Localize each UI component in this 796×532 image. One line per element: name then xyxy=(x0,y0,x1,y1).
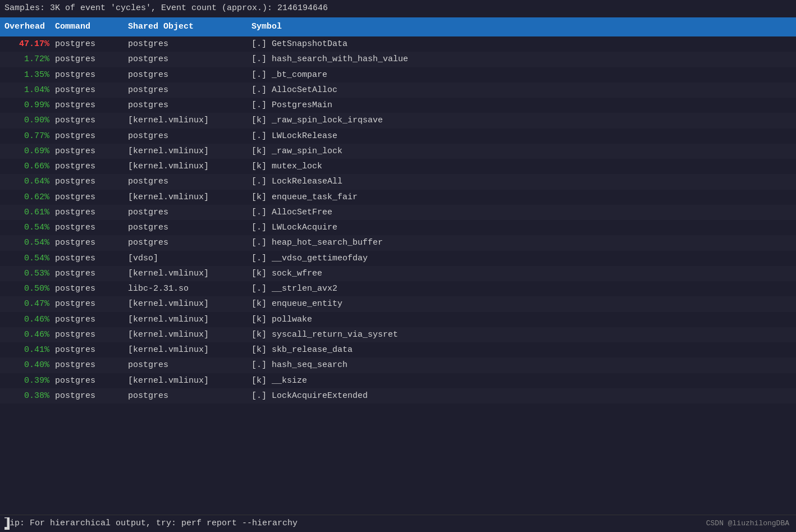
col-shared-object: postgres xyxy=(128,175,251,188)
table-row: 0.50%postgreslibc-2.31.so[.] __strlen_av… xyxy=(0,281,796,296)
col-shared-object: postgres xyxy=(128,359,251,372)
table-row: 1.04%postgrespostgres[.] AllocSetAlloc xyxy=(0,82,796,98)
col-command: postgres xyxy=(55,374,128,387)
col-symbol: [k] enqueue_task_fair xyxy=(251,191,792,204)
header-shared-object: Shared Object xyxy=(128,21,251,34)
col-command: postgres xyxy=(55,328,128,341)
table-row: 0.47%postgres[kernel.vmlinux][k] enqueue… xyxy=(0,296,796,311)
table-row: 0.54%postgrespostgres[.] heap_hot_search… xyxy=(0,235,796,250)
header-symbol: Symbol xyxy=(251,21,792,34)
col-overhead: 1.72% xyxy=(4,53,55,66)
col-shared-object: postgres xyxy=(128,84,251,97)
col-shared-object: postgres xyxy=(128,236,251,249)
tip-line: ▌ip: For hierarchical output, try: perf … xyxy=(0,515,796,533)
col-overhead: 1.35% xyxy=(4,68,55,81)
table-row: 0.46%postgres[kernel.vmlinux][k] syscall… xyxy=(0,327,796,342)
col-command: postgres xyxy=(55,343,128,356)
col-shared-object: [kernel.vmlinux] xyxy=(128,267,251,280)
col-overhead: 0.99% xyxy=(4,99,55,112)
col-shared-object: [kernel.vmlinux] xyxy=(128,313,251,326)
cursor: ▌ xyxy=(4,517,10,530)
col-symbol: [.] _bt_compare xyxy=(251,68,792,81)
col-shared-object: [kernel.vmlinux] xyxy=(128,297,251,310)
table-row: 1.35%postgrespostgres[.] _bt_compare xyxy=(0,67,796,82)
col-overhead: 0.69% xyxy=(4,145,55,158)
col-command: postgres xyxy=(55,389,128,402)
table-row: 0.62%postgres[kernel.vmlinux][k] enqueue… xyxy=(0,190,796,205)
col-shared-object: [kernel.vmlinux] xyxy=(128,191,251,204)
col-symbol: [k] syscall_return_via_sysret xyxy=(251,328,792,341)
col-command: postgres xyxy=(55,160,128,173)
col-command: postgres xyxy=(55,99,128,112)
table-row: 0.39%postgres[kernel.vmlinux][k] __ksize xyxy=(0,373,796,388)
col-symbol: [.] AllocSetFree xyxy=(251,206,792,219)
col-overhead: 0.50% xyxy=(4,282,55,295)
col-command: postgres xyxy=(55,175,128,188)
col-overhead: 0.41% xyxy=(4,343,55,356)
col-shared-object: [vdso] xyxy=(128,252,251,265)
col-overhead: 0.61% xyxy=(4,206,55,219)
col-symbol: [.] hash_search_with_hash_value xyxy=(251,53,792,66)
col-overhead: 0.39% xyxy=(4,374,55,387)
col-symbol: [k] __ksize xyxy=(251,374,792,387)
col-overhead: 0.54% xyxy=(4,221,55,234)
col-symbol: [k] skb_release_data xyxy=(251,343,792,356)
col-shared-object: [kernel.vmlinux] xyxy=(128,343,251,356)
col-overhead: 0.66% xyxy=(4,160,55,173)
header-command: Command xyxy=(55,21,128,34)
col-command: postgres xyxy=(55,114,128,127)
col-symbol: [.] __strlen_avx2 xyxy=(251,282,792,295)
col-command: postgres xyxy=(55,130,128,143)
col-overhead: 0.40% xyxy=(4,359,55,372)
col-symbol: [k] sock_wfree xyxy=(251,267,792,280)
col-shared-object: libc-2.31.so xyxy=(128,282,251,295)
col-symbol: [k] enqueue_entity xyxy=(251,297,792,310)
col-symbol: [.] hash_seq_search xyxy=(251,359,792,372)
col-symbol: [.] GetSnapshotData xyxy=(251,38,792,51)
col-overhead: 0.38% xyxy=(4,389,55,402)
col-shared-object: postgres xyxy=(128,130,251,143)
col-overhead: 0.77% xyxy=(4,130,55,143)
table-row: 0.77%postgrespostgres[.] LWLockRelease xyxy=(0,129,796,144)
col-symbol: [.] LWLockAcquire xyxy=(251,221,792,234)
table-row: 0.64%postgrespostgres[.] LockReleaseAll xyxy=(0,174,796,189)
col-command: postgres xyxy=(55,221,128,234)
col-command: postgres xyxy=(55,313,128,326)
table-row: 0.90%postgres[kernel.vmlinux][k] _raw_sp… xyxy=(0,113,796,128)
table-row: 0.61%postgrespostgres[.] AllocSetFree xyxy=(0,205,796,220)
table-row: 0.54%postgres[vdso][.] __vdso_gettimeofd… xyxy=(0,251,796,266)
col-symbol: [.] AllocSetAlloc xyxy=(251,84,792,97)
col-shared-object: [kernel.vmlinux] xyxy=(128,145,251,158)
col-shared-object: [kernel.vmlinux] xyxy=(128,374,251,387)
table-row: 0.69%postgres[kernel.vmlinux][k] _raw_sp… xyxy=(0,144,796,159)
table-row: 1.72%postgrespostgres[.] hash_search_wit… xyxy=(0,52,796,67)
col-overhead: 0.53% xyxy=(4,267,55,280)
table-row: 0.66%postgres[kernel.vmlinux][k] mutex_l… xyxy=(0,159,796,174)
watermark: CSDN @liuzhilongDBA xyxy=(706,519,789,528)
header-overhead: Overhead xyxy=(4,21,55,34)
col-symbol: [.] LWLockRelease xyxy=(251,130,792,143)
col-symbol: [.] PostgresMain xyxy=(251,99,792,112)
col-overhead: 1.04% xyxy=(4,84,55,97)
col-overhead: 0.54% xyxy=(4,252,55,265)
col-shared-object: postgres xyxy=(128,221,251,234)
col-command: postgres xyxy=(55,53,128,66)
col-symbol: [k] mutex_lock xyxy=(251,160,792,173)
col-overhead: 47.17% xyxy=(4,38,55,51)
col-overhead: 0.54% xyxy=(4,236,55,249)
table-row: 0.46%postgres[kernel.vmlinux][k] pollwak… xyxy=(0,312,796,327)
table-row: 0.41%postgres[kernel.vmlinux][k] skb_rel… xyxy=(0,342,796,357)
terminal-window: Samples: 3K of event 'cycles', Event cou… xyxy=(0,0,796,532)
col-shared-object: postgres xyxy=(128,99,251,112)
col-command: postgres xyxy=(55,297,128,310)
col-overhead: 0.46% xyxy=(4,313,55,326)
table-row: 47.17%postgrespostgres[.] GetSnapshotDat… xyxy=(0,36,796,52)
col-symbol: [.] heap_hot_search_buffer xyxy=(251,236,792,249)
table-row: 0.99%postgrespostgres[.] PostgresMain xyxy=(0,98,796,113)
col-overhead: 0.46% xyxy=(4,328,55,341)
col-shared-object: [kernel.vmlinux] xyxy=(128,160,251,173)
col-overhead: 0.90% xyxy=(4,114,55,127)
col-shared-object: postgres xyxy=(128,389,251,402)
col-overhead: 0.62% xyxy=(4,191,55,204)
col-overhead: 0.64% xyxy=(4,175,55,188)
